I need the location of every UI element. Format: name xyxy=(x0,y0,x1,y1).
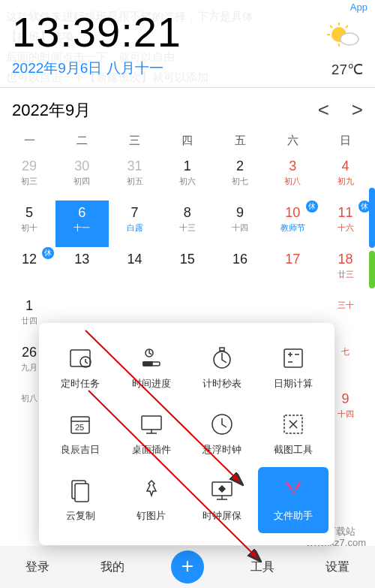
clock-time: 13:39:21 xyxy=(12,8,363,56)
time-progress-icon xyxy=(139,345,164,371)
day-number: 15 xyxy=(161,252,214,267)
tools-button[interactable]: 工具 xyxy=(225,559,300,575)
calendar-day[interactable]: 13 xyxy=(56,247,108,294)
tool-timed-task[interactable]: 定时任务 xyxy=(45,335,116,401)
calendar-day[interactable]: 16 xyxy=(214,247,266,294)
calendar-day[interactable]: 4初九 xyxy=(320,154,372,201)
day-lunar: 教师节 xyxy=(266,222,319,234)
day-number: 29 xyxy=(3,158,56,174)
tool-label: 截图工具 xyxy=(258,443,329,457)
tool-time-progress[interactable]: 时间进度 xyxy=(116,335,188,401)
tool-screenshot[interactable]: 截图工具 xyxy=(258,401,329,467)
file-helper-icon xyxy=(280,478,306,503)
login-button[interactable]: 登录 xyxy=(0,559,75,575)
calendar-day[interactable]: 17 xyxy=(266,247,319,294)
settings-button[interactable]: 设置 xyxy=(300,559,375,575)
divider xyxy=(0,87,375,88)
calendar-day[interactable]: 9十四 xyxy=(214,201,266,247)
add-button[interactable]: + xyxy=(171,550,204,583)
day-number: 17 xyxy=(266,252,319,267)
day-lunar: 三十 xyxy=(320,300,372,311)
day-lunar: 十三 xyxy=(161,222,214,234)
day-number: 3 xyxy=(266,158,319,174)
tool-label: 时间进度 xyxy=(116,377,188,390)
tool-screensaver[interactable]: 时钟屏保 xyxy=(187,467,258,533)
day-number: 14 xyxy=(109,252,161,267)
tool-desktop-widget[interactable]: 桌面插件 xyxy=(116,401,188,467)
prev-month-button[interactable]: < xyxy=(318,98,329,122)
calendar-day[interactable]: 14 xyxy=(109,247,161,294)
bottom-bar: 登录 我的 + 工具 设置 xyxy=(0,546,375,588)
tool-label: 日期计算 xyxy=(258,377,329,390)
calendar-day[interactable]: 2初七 xyxy=(214,154,266,201)
weekday-label: 二 xyxy=(56,128,108,154)
temperature: 27℃ xyxy=(332,61,363,78)
stopwatch-icon xyxy=(209,345,235,371)
month-title: 2022年9月 xyxy=(12,99,91,122)
tool-clipboard[interactable]: 云复制 xyxy=(45,467,116,533)
calendar-day[interactable]: 18廿三 xyxy=(320,247,372,294)
day-number: 5 xyxy=(3,205,56,221)
day-lunar: 十一 xyxy=(56,222,108,234)
pin-image-icon xyxy=(139,478,164,503)
day-lunar: 初三 xyxy=(3,176,56,187)
day-number: 4 xyxy=(320,158,372,174)
tool-file-helper[interactable]: 文件助手 xyxy=(258,467,329,533)
svg-line-5 xyxy=(346,26,348,28)
weekday-label: 一 xyxy=(3,128,56,154)
day-number: 18 xyxy=(320,252,372,267)
calendar-day[interactable]: 1初六 xyxy=(161,154,214,201)
calendar-day[interactable]: 30初四 xyxy=(56,154,108,201)
tool-label: 良辰吉日 xyxy=(45,443,116,457)
tools-grid: 定时任务时间进度计时秒表日期计算25良辰吉日桌面插件悬浮时钟截图工具云复制钉图片… xyxy=(45,335,328,533)
tool-lucky-day[interactable]: 25良辰吉日 xyxy=(45,401,116,467)
weekday-label: 日 xyxy=(320,128,372,154)
day-number: 1 xyxy=(3,298,56,314)
app-label: App xyxy=(350,2,368,13)
calendar-day[interactable]: 29初三 xyxy=(3,154,56,201)
day-number: 9 xyxy=(214,205,266,221)
mine-button[interactable]: 我的 xyxy=(75,559,150,575)
calendar-day[interactable]: 6十一 xyxy=(56,201,108,247)
tool-label: 文件助手 xyxy=(258,509,329,523)
weekday-label: 五 xyxy=(214,128,266,154)
tool-pin-image[interactable]: 钉图片 xyxy=(116,467,188,533)
day-lunar: 初四 xyxy=(56,176,108,187)
day-lunar: 廿三 xyxy=(320,269,372,280)
calendar-day[interactable]: 8十三 xyxy=(161,201,214,247)
tool-float-clock[interactable]: 悬浮时钟 xyxy=(187,401,258,467)
screenshot-icon xyxy=(280,412,306,437)
day-lunar: 初六 xyxy=(161,176,214,187)
day-lunar: 初九 xyxy=(320,176,372,187)
day-lunar: 初五 xyxy=(109,176,161,187)
calendar-day[interactable]: 5初十 xyxy=(3,201,56,247)
tool-label: 计时秒表 xyxy=(187,377,258,390)
calendar-day[interactable]: 15 xyxy=(161,247,214,294)
weekday-header: 一二三四五六日 xyxy=(3,128,372,154)
day-badge: 休 xyxy=(306,201,318,213)
calendar-day[interactable]: 10教师节休 xyxy=(266,201,319,247)
day-number: 13 xyxy=(56,252,108,267)
svg-rect-13 xyxy=(220,348,224,351)
day-lunar: 白露 xyxy=(109,222,161,234)
float-clock-icon xyxy=(209,412,235,437)
next-month-button[interactable]: > xyxy=(352,98,363,122)
day-lunar: 十六 xyxy=(320,222,372,234)
calendar-day[interactable]: 3初八 xyxy=(266,154,319,201)
tool-label: 定时任务 xyxy=(45,377,116,390)
calendar-day[interactable]: 11十六休 xyxy=(320,201,372,247)
svg-point-6 xyxy=(340,33,358,45)
tool-label: 时钟屏保 xyxy=(187,509,258,523)
calendar-day[interactable]: 7白露 xyxy=(109,201,161,247)
tool-stopwatch[interactable]: 计时秒表 xyxy=(187,335,258,401)
day-number: 2 xyxy=(214,158,266,174)
calendar-day[interactable]: 31初五 xyxy=(109,154,161,201)
tool-date-calc[interactable]: 日期计算 xyxy=(258,335,329,401)
svg-rect-11 xyxy=(143,362,152,366)
day-lunar: 初八 xyxy=(266,176,319,187)
calendar-day[interactable]: 12休 xyxy=(3,247,56,294)
tool-label: 钉图片 xyxy=(116,509,188,523)
screensaver-icon xyxy=(209,478,235,503)
weather-icon xyxy=(327,23,360,56)
tool-label: 云复制 xyxy=(45,509,116,523)
